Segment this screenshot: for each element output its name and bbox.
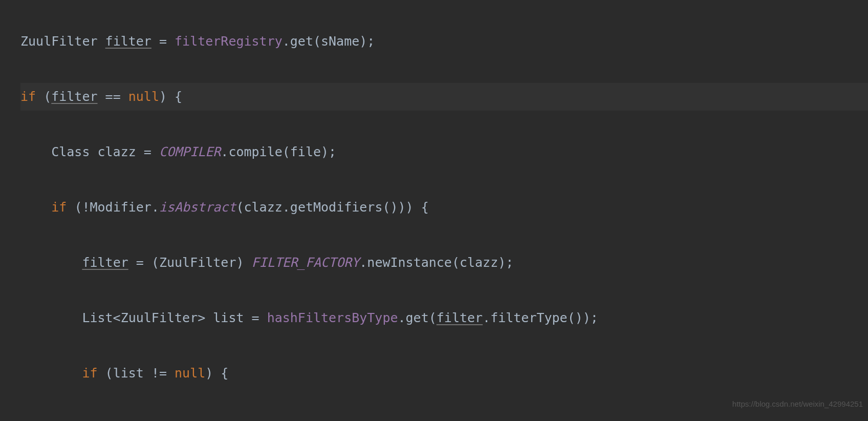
- token-static: FILTER_FACTORY: [252, 255, 360, 270]
- token: ) {: [159, 89, 182, 104]
- code-editor[interactable]: ZuulFilter filter = filterRegistry.get(s…: [0, 0, 868, 421]
- watermark: https://blog.csdn.net/weixin_42994251: [732, 390, 863, 418]
- code-line: ZuulFilter filter = filterRegistry.get(s…: [20, 28, 868, 55]
- token: List<ZuulFilter> list =: [20, 310, 267, 325]
- token-type: ZuulFilter: [20, 34, 105, 49]
- code-line-highlighted: if (filter == null) {: [20, 83, 868, 111]
- token-var: filter: [51, 89, 97, 104]
- token: [20, 366, 82, 381]
- token-var: filter: [437, 310, 483, 325]
- token-keyword: if: [20, 89, 36, 104]
- code-line: if (list != null) {: [20, 360, 868, 387]
- token: Class clazz =: [20, 144, 159, 159]
- token-keyword: null: [128, 89, 159, 104]
- token: (: [36, 89, 51, 104]
- token-field: filterRegistry: [175, 34, 283, 49]
- token: = (ZuulFilter): [128, 255, 252, 270]
- token: (clazz.getModifiers())) {: [236, 200, 428, 215]
- token: .newInstance(clazz);: [359, 255, 513, 270]
- token: [20, 200, 51, 215]
- token-keyword: if: [82, 366, 97, 381]
- token-field: hashFiltersByType: [267, 310, 398, 325]
- token-keyword: null: [175, 366, 205, 381]
- code-line: Class clazz = COMPILER.compile(file);: [20, 138, 868, 166]
- token-var: filter: [82, 255, 128, 270]
- token: ==: [98, 89, 128, 104]
- token-static-method: isAbstract: [159, 200, 236, 215]
- token: .get(: [398, 310, 437, 325]
- code-line: if (!Modifier.isAbstract(clazz.getModifi…: [20, 194, 868, 221]
- code-line: filter = (ZuulFilter) FILTER_FACTORY.new…: [20, 249, 868, 277]
- token: ) {: [205, 366, 228, 381]
- token: .filterType());: [483, 310, 598, 325]
- token: (!Modifier.: [67, 200, 159, 215]
- token-keyword: if: [51, 200, 67, 215]
- token: [20, 255, 82, 270]
- token: .get(sName);: [283, 34, 375, 49]
- token: =: [151, 34, 175, 49]
- token: .compile(file);: [221, 144, 336, 159]
- token: (list !=: [98, 366, 175, 381]
- token-var: filter: [105, 34, 151, 49]
- code-line: List<ZuulFilter> list = hashFiltersByTyp…: [20, 304, 868, 332]
- token-static: COMPILER: [159, 144, 221, 159]
